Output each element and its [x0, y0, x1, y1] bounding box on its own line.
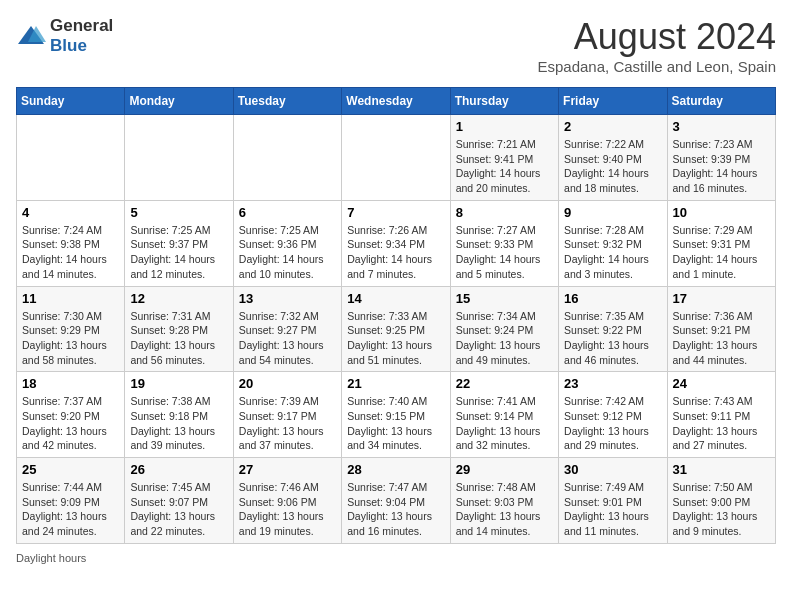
day-info: Sunrise: 7:33 AM Sunset: 9:25 PM Dayligh… — [347, 309, 444, 368]
day-number: 16 — [564, 291, 661, 306]
day-info: Sunrise: 7:27 AM Sunset: 9:33 PM Dayligh… — [456, 223, 553, 282]
day-info: Sunrise: 7:35 AM Sunset: 9:22 PM Dayligh… — [564, 309, 661, 368]
day-cell-4: 4Sunrise: 7:24 AM Sunset: 9:38 PM Daylig… — [17, 200, 125, 286]
day-cell-2: 2Sunrise: 7:22 AM Sunset: 9:40 PM Daylig… — [559, 115, 667, 201]
day-number: 5 — [130, 205, 227, 220]
day-cell-19: 19Sunrise: 7:38 AM Sunset: 9:18 PM Dayli… — [125, 372, 233, 458]
day-cell-22: 22Sunrise: 7:41 AM Sunset: 9:14 PM Dayli… — [450, 372, 558, 458]
day-number: 1 — [456, 119, 553, 134]
day-cell-12: 12Sunrise: 7:31 AM Sunset: 9:28 PM Dayli… — [125, 286, 233, 372]
day-info: Sunrise: 7:45 AM Sunset: 9:07 PM Dayligh… — [130, 480, 227, 539]
day-info: Sunrise: 7:38 AM Sunset: 9:18 PM Dayligh… — [130, 394, 227, 453]
day-info: Sunrise: 7:30 AM Sunset: 9:29 PM Dayligh… — [22, 309, 119, 368]
week-row-3: 11Sunrise: 7:30 AM Sunset: 9:29 PM Dayli… — [17, 286, 776, 372]
day-info: Sunrise: 7:50 AM Sunset: 9:00 PM Dayligh… — [673, 480, 770, 539]
day-number: 11 — [22, 291, 119, 306]
day-cell-13: 13Sunrise: 7:32 AM Sunset: 9:27 PM Dayli… — [233, 286, 341, 372]
day-cell-11: 11Sunrise: 7:30 AM Sunset: 9:29 PM Dayli… — [17, 286, 125, 372]
logo-general-text: General — [50, 16, 113, 35]
header-row: SundayMondayTuesdayWednesdayThursdayFrid… — [17, 88, 776, 115]
day-cell-27: 27Sunrise: 7:46 AM Sunset: 9:06 PM Dayli… — [233, 458, 341, 544]
title-area: August 2024 Espadana, Castille and Leon,… — [537, 16, 776, 75]
column-header-sunday: Sunday — [17, 88, 125, 115]
day-cell-5: 5Sunrise: 7:25 AM Sunset: 9:37 PM Daylig… — [125, 200, 233, 286]
week-row-1: 1Sunrise: 7:21 AM Sunset: 9:41 PM Daylig… — [17, 115, 776, 201]
day-cell-20: 20Sunrise: 7:39 AM Sunset: 9:17 PM Dayli… — [233, 372, 341, 458]
day-info: Sunrise: 7:32 AM Sunset: 9:27 PM Dayligh… — [239, 309, 336, 368]
day-number: 22 — [456, 376, 553, 391]
day-info: Sunrise: 7:28 AM Sunset: 9:32 PM Dayligh… — [564, 223, 661, 282]
day-number: 26 — [130, 462, 227, 477]
day-info: Sunrise: 7:49 AM Sunset: 9:01 PM Dayligh… — [564, 480, 661, 539]
day-cell-3: 3Sunrise: 7:23 AM Sunset: 9:39 PM Daylig… — [667, 115, 775, 201]
empty-cell — [125, 115, 233, 201]
day-info: Sunrise: 7:36 AM Sunset: 9:21 PM Dayligh… — [673, 309, 770, 368]
day-cell-30: 30Sunrise: 7:49 AM Sunset: 9:01 PM Dayli… — [559, 458, 667, 544]
day-info: Sunrise: 7:46 AM Sunset: 9:06 PM Dayligh… — [239, 480, 336, 539]
day-cell-26: 26Sunrise: 7:45 AM Sunset: 9:07 PM Dayli… — [125, 458, 233, 544]
column-header-tuesday: Tuesday — [233, 88, 341, 115]
day-info: Sunrise: 7:40 AM Sunset: 9:15 PM Dayligh… — [347, 394, 444, 453]
day-info: Sunrise: 7:42 AM Sunset: 9:12 PM Dayligh… — [564, 394, 661, 453]
day-info: Sunrise: 7:37 AM Sunset: 9:20 PM Dayligh… — [22, 394, 119, 453]
day-info: Sunrise: 7:41 AM Sunset: 9:14 PM Dayligh… — [456, 394, 553, 453]
column-header-monday: Monday — [125, 88, 233, 115]
day-number: 13 — [239, 291, 336, 306]
day-cell-16: 16Sunrise: 7:35 AM Sunset: 9:22 PM Dayli… — [559, 286, 667, 372]
day-number: 25 — [22, 462, 119, 477]
day-number: 20 — [239, 376, 336, 391]
calendar-body: 1Sunrise: 7:21 AM Sunset: 9:41 PM Daylig… — [17, 115, 776, 544]
day-cell-25: 25Sunrise: 7:44 AM Sunset: 9:09 PM Dayli… — [17, 458, 125, 544]
day-number: 3 — [673, 119, 770, 134]
day-number: 10 — [673, 205, 770, 220]
main-title: August 2024 — [537, 16, 776, 58]
daylight-label: Daylight hours — [16, 552, 86, 564]
day-number: 14 — [347, 291, 444, 306]
day-number: 4 — [22, 205, 119, 220]
subtitle: Espadana, Castille and Leon, Spain — [537, 58, 776, 75]
logo-icon — [16, 24, 46, 48]
day-info: Sunrise: 7:26 AM Sunset: 9:34 PM Dayligh… — [347, 223, 444, 282]
day-number: 17 — [673, 291, 770, 306]
logo: General Blue — [16, 16, 113, 56]
day-cell-24: 24Sunrise: 7:43 AM Sunset: 9:11 PM Dayli… — [667, 372, 775, 458]
day-info: Sunrise: 7:25 AM Sunset: 9:36 PM Dayligh… — [239, 223, 336, 282]
column-header-thursday: Thursday — [450, 88, 558, 115]
day-number: 24 — [673, 376, 770, 391]
column-header-saturday: Saturday — [667, 88, 775, 115]
day-number: 6 — [239, 205, 336, 220]
day-cell-1: 1Sunrise: 7:21 AM Sunset: 9:41 PM Daylig… — [450, 115, 558, 201]
day-number: 12 — [130, 291, 227, 306]
day-cell-8: 8Sunrise: 7:27 AM Sunset: 9:33 PM Daylig… — [450, 200, 558, 286]
day-cell-10: 10Sunrise: 7:29 AM Sunset: 9:31 PM Dayli… — [667, 200, 775, 286]
logo-blue-text: Blue — [50, 36, 87, 55]
day-cell-31: 31Sunrise: 7:50 AM Sunset: 9:00 PM Dayli… — [667, 458, 775, 544]
day-cell-18: 18Sunrise: 7:37 AM Sunset: 9:20 PM Dayli… — [17, 372, 125, 458]
column-header-friday: Friday — [559, 88, 667, 115]
day-number: 27 — [239, 462, 336, 477]
day-info: Sunrise: 7:47 AM Sunset: 9:04 PM Dayligh… — [347, 480, 444, 539]
day-cell-29: 29Sunrise: 7:48 AM Sunset: 9:03 PM Dayli… — [450, 458, 558, 544]
day-cell-15: 15Sunrise: 7:34 AM Sunset: 9:24 PM Dayli… — [450, 286, 558, 372]
page-header: General Blue August 2024 Espadana, Casti… — [16, 16, 776, 75]
day-cell-7: 7Sunrise: 7:26 AM Sunset: 9:34 PM Daylig… — [342, 200, 450, 286]
day-number: 8 — [456, 205, 553, 220]
day-info: Sunrise: 7:29 AM Sunset: 9:31 PM Dayligh… — [673, 223, 770, 282]
day-number: 2 — [564, 119, 661, 134]
day-number: 23 — [564, 376, 661, 391]
day-number: 9 — [564, 205, 661, 220]
footer-note: Daylight hours — [16, 552, 776, 564]
day-cell-6: 6Sunrise: 7:25 AM Sunset: 9:36 PM Daylig… — [233, 200, 341, 286]
day-info: Sunrise: 7:31 AM Sunset: 9:28 PM Dayligh… — [130, 309, 227, 368]
empty-cell — [233, 115, 341, 201]
day-cell-28: 28Sunrise: 7:47 AM Sunset: 9:04 PM Dayli… — [342, 458, 450, 544]
empty-cell — [17, 115, 125, 201]
day-info: Sunrise: 7:25 AM Sunset: 9:37 PM Dayligh… — [130, 223, 227, 282]
day-number: 30 — [564, 462, 661, 477]
day-cell-17: 17Sunrise: 7:36 AM Sunset: 9:21 PM Dayli… — [667, 286, 775, 372]
day-info: Sunrise: 7:24 AM Sunset: 9:38 PM Dayligh… — [22, 223, 119, 282]
day-cell-23: 23Sunrise: 7:42 AM Sunset: 9:12 PM Dayli… — [559, 372, 667, 458]
week-row-4: 18Sunrise: 7:37 AM Sunset: 9:20 PM Dayli… — [17, 372, 776, 458]
day-info: Sunrise: 7:23 AM Sunset: 9:39 PM Dayligh… — [673, 137, 770, 196]
day-cell-14: 14Sunrise: 7:33 AM Sunset: 9:25 PM Dayli… — [342, 286, 450, 372]
